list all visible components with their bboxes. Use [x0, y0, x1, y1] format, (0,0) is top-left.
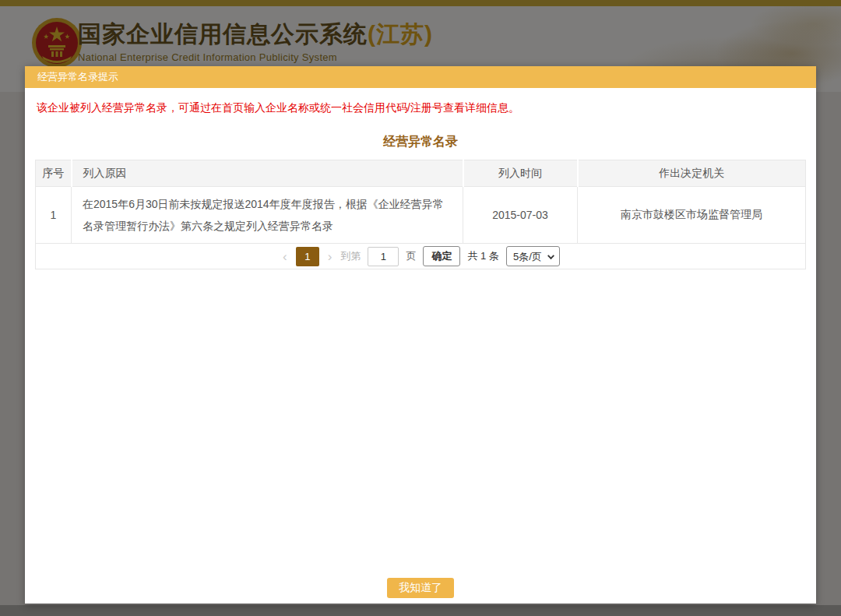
total-count-label: 共 1 条	[467, 249, 498, 263]
prev-page-icon[interactable]: ‹	[281, 250, 289, 263]
cell-index: 1	[36, 187, 72, 244]
col-header-reason: 列入原因	[72, 160, 463, 187]
abnormal-operations-modal: 经营异常名录提示 该企业被列入经营异常名录，可通过在首页输入企业名称或统一社会信…	[25, 66, 816, 604]
modal-body: 该企业被列入经营异常名录，可通过在首页输入企业名称或统一社会信用代码/注册号查看…	[25, 88, 816, 604]
modal-footer: 我知道了	[35, 578, 806, 604]
abnormal-list-table-wrap: 序号 列入原因 列入时间 作出决定机关 1 在2015年6月30日前未按规定报送…	[35, 160, 806, 269]
page-unit-label: 页	[406, 249, 416, 263]
next-page-icon[interactable]: ›	[326, 250, 334, 263]
abnormal-notice-text: 该企业被列入经营异常名录，可通过在首页输入企业名称或统一社会信用代码/注册号查看…	[35, 88, 806, 115]
goto-confirm-button[interactable]: 确定	[423, 246, 460, 266]
table-row: 1 在2015年6月30日前未按规定报送2014年度年度报告，根据《企业经营异常…	[36, 187, 806, 244]
cell-reason: 在2015年6月30日前未按规定报送2014年度年度报告，根据《企业经营异常名录…	[72, 187, 463, 244]
col-header-date: 列入时间	[463, 160, 578, 187]
modal-titlebar: 经营异常名录提示	[25, 66, 816, 88]
cell-date: 2015-07-03	[463, 187, 578, 244]
pagination-bar: ‹ 1 › 到第 页 确定 共 1 条 5条/页	[35, 244, 806, 269]
goto-page-label: 到第	[340, 249, 361, 263]
acknowledge-button[interactable]: 我知道了	[387, 578, 454, 598]
col-header-index: 序号	[36, 160, 72, 187]
abnormal-list-table: 序号 列入原因 列入时间 作出决定机关 1 在2015年6月30日前未按规定报送…	[35, 160, 806, 244]
modal-title: 经营异常名录提示	[37, 70, 118, 84]
col-header-authority: 作出决定机关	[578, 160, 806, 187]
page-number-input[interactable]	[368, 247, 399, 266]
table-header-row: 序号 列入原因 列入时间 作出决定机关	[36, 160, 806, 187]
table-section-title: 经营异常名录	[35, 134, 806, 150]
modal-blank-area	[35, 269, 806, 578]
current-page-button[interactable]: 1	[296, 247, 319, 266]
page-size-select[interactable]: 5条/页	[506, 246, 560, 266]
cell-authority: 南京市鼓楼区市场监督管理局	[578, 187, 806, 244]
